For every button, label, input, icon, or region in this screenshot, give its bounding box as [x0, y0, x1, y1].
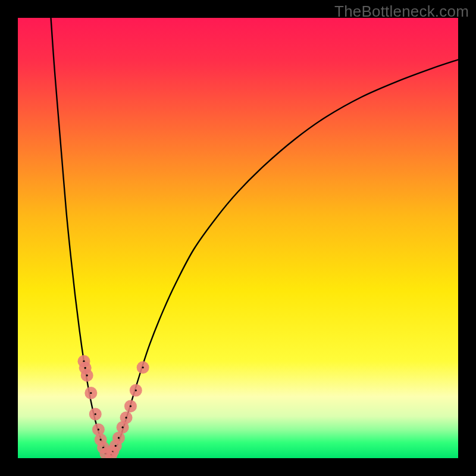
bottleneck-curve — [51, 18, 459, 456]
data-dot-center — [135, 389, 137, 391]
data-dot-center — [86, 374, 88, 376]
data-dot-center — [122, 427, 124, 428]
data-dot-center — [100, 439, 102, 440]
data-dot-center — [115, 445, 117, 447]
data-dot-center — [125, 416, 127, 418]
plot-area — [18, 18, 458, 458]
data-dot-center — [90, 392, 92, 394]
data-dot-center — [118, 437, 120, 439]
data-dot-center — [98, 428, 99, 430]
data-dot-center — [130, 405, 131, 407]
data-dot-center — [142, 367, 144, 368]
watermark-text: TheBottleneck.com — [334, 2, 469, 21]
curve-layer — [18, 18, 458, 458]
data-dots — [78, 355, 149, 458]
chart-frame: TheBottleneck.com — [0, 0, 476, 476]
data-dot-center — [95, 413, 96, 415]
data-dot-center — [84, 367, 86, 369]
